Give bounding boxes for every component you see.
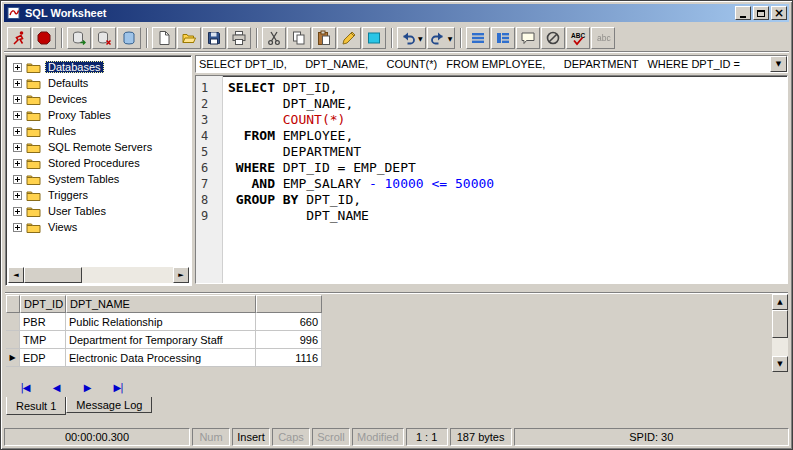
expand-icon[interactable] [13,207,22,216]
sql-worksheet-window: SQL Worksheet × ▼▼ABCabc DatabasesDefaul… [0,0,793,450]
cell[interactable]: PBR [20,313,66,331]
connect-button[interactable] [67,27,91,49]
svg-text:abc: abc [597,33,611,43]
undo-button[interactable]: ▼ [397,27,426,49]
print-button[interactable] [227,27,251,49]
cancel-button[interactable] [541,27,565,49]
detail-view-button[interactable] [491,27,515,49]
tree-item-views[interactable]: Views [8,219,189,235]
tree-item-system-tables[interactable]: System Tables [8,171,189,187]
results-grid[interactable]: DPT_IDDPT_NAMEPBRPublic Relationship660T… [6,295,322,367]
redo-dropdown-icon[interactable]: ▼ [448,35,453,42]
object-tree: DatabasesDefaultsDevicesProxy TablesRule… [8,59,189,266]
stop-button[interactable] [32,27,56,49]
v-scrollbar-track[interactable] [772,338,788,356]
tree-item-triggers[interactable]: Triggers [8,187,189,203]
expand-icon[interactable] [13,143,22,152]
titlebar[interactable]: SQL Worksheet × [4,4,789,22]
first-record-button[interactable]: |◀ [13,379,37,395]
open-button[interactable] [177,27,201,49]
expand-icon[interactable] [13,111,22,120]
save-button[interactable] [202,27,226,49]
column-header-value[interactable] [256,295,322,313]
redo-button[interactable]: ▼ [427,27,456,49]
maximize-button[interactable] [753,6,769,20]
h-scrollbar-track[interactable] [24,267,173,283]
line-number: 4 [196,128,222,144]
tree-item-proxy-tables[interactable]: Proxy Tables [8,107,189,123]
expand-icon[interactable] [13,127,22,136]
expand-icon[interactable] [13,159,22,168]
expand-icon[interactable] [13,63,22,72]
last-record-button[interactable]: ▶| [106,379,130,395]
cell[interactable]: 1116 [256,349,322,367]
next-record-button[interactable]: ▶ [75,379,99,395]
tree-item-stored-procedures[interactable]: Stored Procedures [8,155,189,171]
highlight-button[interactable] [362,27,386,49]
tab-message-log[interactable]: Message Log [66,397,152,413]
cell[interactable]: EDP [20,349,66,367]
expand-icon[interactable] [13,79,22,88]
code-line: AND EMP_SALARY - 10000 <= 50000 [228,176,787,192]
column-header-dpt-id[interactable]: DPT_ID [20,295,66,313]
cut-button[interactable] [262,27,286,49]
cell[interactable]: TMP [20,331,66,349]
new-button[interactable] [152,27,176,49]
undo-dropdown-icon[interactable]: ▼ [418,35,423,42]
column-header-dpt-name[interactable]: DPT_NAME [66,295,256,313]
v-scrollbar-thumb[interactable] [772,310,788,338]
cell[interactable]: 996 [256,331,322,349]
lowercase-button[interactable]: abc [591,27,615,49]
row-marker-cell [6,313,20,331]
cell[interactable]: 660 [256,313,322,331]
statement-dropdown-button[interactable]: ▼ [770,56,787,72]
tree-item-devices[interactable]: Devices [8,91,189,107]
cell[interactable]: Public Relationship [66,313,256,331]
expand-icon[interactable] [13,191,22,200]
code-segment [377,176,385,191]
tab-result-1[interactable]: Result 1 [6,397,66,415]
database-button[interactable] [117,27,141,49]
table-row[interactable]: TMPDepartment for Temporary Staff996 [6,331,322,349]
comment-icon [520,30,536,46]
paste-button[interactable] [312,27,336,49]
minimize-button[interactable] [735,6,751,20]
previous-record-button[interactable]: ◀ [44,379,68,395]
table-row[interactable]: PBRPublic Relationship660 [6,313,322,331]
tree-item-defaults[interactable]: Defaults [8,75,189,91]
scroll-right-button[interactable]: ► [173,267,189,283]
statement-combo[interactable]: SELECT DPT_ID, DPT_NAME, COUNT(*) FROM E… [195,55,788,73]
cell[interactable]: Electronic Data Processing [66,349,256,367]
table-row[interactable]: ▶EDPElectronic Data Processing1116 [6,349,322,367]
cell[interactable]: Department for Temporary Staff [66,331,256,349]
h-scrollbar-thumb[interactable] [24,267,82,283]
copy-button[interactable] [287,27,311,49]
scroll-up-button[interactable]: ▲ [772,294,788,310]
execute-button[interactable] [7,27,31,49]
tree-item-sql-remote-servers[interactable]: SQL Remote Servers [8,139,189,155]
list-view-icon [470,30,486,46]
spell-check-button[interactable]: ABC [566,27,590,49]
open-icon [181,30,197,46]
code-segment: GROUP BY [236,192,299,207]
results-vertical-scrollbar[interactable]: ▲ ▼ [772,294,788,372]
comment-button[interactable] [516,27,540,49]
list-view-button[interactable] [466,27,490,49]
tree-horizontal-scrollbar[interactable]: ◄ ► [8,267,189,283]
edit-button[interactable] [337,27,361,49]
expand-icon[interactable] [13,175,22,184]
tree-item-rules[interactable]: Rules [8,123,189,139]
close-button[interactable]: × [771,6,787,20]
code-line: SELECT DPT_ID, [228,80,787,96]
sql-code[interactable]: SELECT DPT_ID, DPT_NAME, COUNT(*) FROM E… [223,76,787,283]
spell-check-icon: ABC [570,30,586,46]
tree-item-label: Views [45,221,80,233]
scroll-down-button[interactable]: ▼ [772,356,788,372]
scroll-left-button[interactable]: ◄ [8,267,24,283]
tree-item-user-tables[interactable]: User Tables [8,203,189,219]
expand-icon[interactable] [13,223,22,232]
expand-icon[interactable] [13,95,22,104]
tree-item-databases[interactable]: Databases [8,59,189,75]
disconnect-button[interactable] [92,27,116,49]
sql-editor[interactable]: 123456789 SELECT DPT_ID, DPT_NAME, COUNT… [195,75,788,284]
